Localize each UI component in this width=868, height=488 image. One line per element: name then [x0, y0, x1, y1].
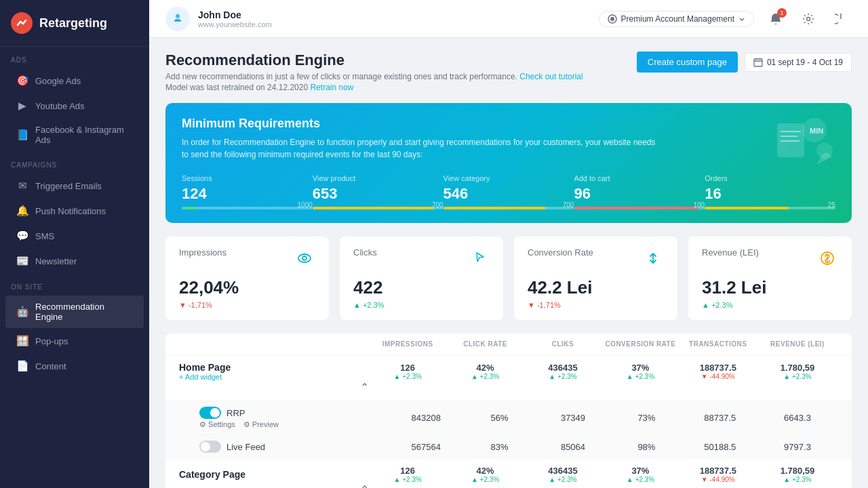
sidebar-label-youtube-ads: Youtube Ads — [35, 101, 85, 111]
toggle-live-feed[interactable] — [199, 441, 221, 453]
sidebar-section-campaigns: CAMPAIGNS — [0, 152, 149, 173]
stat-card-header: Clicks — [353, 247, 490, 269]
min-req-desc: In order for Recommendation Engine to fu… — [182, 136, 656, 161]
sub-cliks: 85064 — [536, 442, 610, 452]
progress-target: 700 — [563, 201, 574, 209]
sub-conversion-rate: 98% — [610, 442, 683, 452]
stat-change: ▲ +2.3% — [702, 301, 838, 309]
stat-card-revenue: Revenue (LEI) 31.2 Lei ▲ +2.3% — [688, 237, 852, 320]
sidebar-item-newsletter[interactable]: 📰Newsletter — [5, 249, 144, 273]
stat-card-conversion-rate: Conversion Rate 42.2 Lei ▼ -1,71% — [514, 237, 677, 320]
sidebar-item-youtube-ads[interactable]: ▶Youtube Ads — [5, 94, 144, 118]
widget-label-live-feed: Live Feed — [226, 442, 265, 452]
toggle-rrp[interactable] — [199, 407, 221, 419]
metric-value: 546 — [443, 185, 574, 203]
stat-icon-conversion-rate — [642, 247, 664, 269]
progress-target: 1000 — [298, 201, 313, 209]
svg-text:MIN: MIN — [810, 127, 823, 135]
metric-label: Add to cart — [574, 174, 705, 182]
progress-target: 25 — [828, 201, 835, 209]
sidebar-label-facebook-ads: Facebook & Instagram Ads — [35, 125, 133, 145]
sidebar-item-facebook-ads[interactable]: 📘Facebook & Instagram Ads — [5, 119, 144, 151]
page-header: Recommendation Engine Add new recommenda… — [165, 52, 852, 92]
stat-change: ▼ -1,71% — [528, 301, 664, 309]
sidebar-item-push-notifications[interactable]: 🔔Push Notifications — [5, 199, 144, 223]
stat-title: Impressions — [179, 247, 226, 258]
row-click-rate: 42% ▲ +2.3% — [446, 363, 524, 380]
progress-fill — [574, 207, 699, 209]
widget-label-rrp: RRP — [226, 408, 245, 418]
metric-label: View category — [443, 174, 574, 182]
logo-icon — [11, 12, 33, 34]
retrain-link[interactable]: Retrain now — [310, 83, 353, 92]
premium-account-button[interactable]: Premium Account Management — [599, 11, 754, 27]
svg-point-4 — [807, 17, 810, 20]
sidebar-icon-google-ads: 🎯 — [16, 75, 28, 87]
min-req-title: Minimum Requirements — [182, 117, 835, 131]
col-conversion-rate: CONVERSION RATE — [601, 340, 679, 348]
row-revenue: 1.780,59 ▲ +2.3% — [757, 466, 838, 483]
stat-value: 422 — [353, 277, 490, 298]
sidebar-item-triggered-emails[interactable]: ✉Triggered Emails — [5, 174, 144, 198]
power-button[interactable] — [830, 8, 852, 30]
sub-transactions: 50188.5 — [684, 442, 757, 452]
sidebar-item-sms[interactable]: 💬SMS — [5, 224, 144, 248]
expand-button-category-page[interactable]: ⌃ — [179, 483, 369, 488]
sub-widget-rrp: RRP ⚙ Settings⚙ Preview — [199, 407, 389, 429]
date-range-picker[interactable]: 01 sept 19 - 4 Oct 19 — [745, 53, 852, 72]
action-settings-rrp[interactable]: ⚙ Settings — [199, 420, 235, 429]
checkout-tutorial-link[interactable]: Check out tutorial — [519, 72, 583, 81]
svg-point-3 — [610, 17, 614, 21]
sidebar-item-content[interactable]: 📄Content — [5, 354, 144, 378]
create-custom-page-button[interactable]: Create custom page — [637, 52, 738, 73]
stat-icon-clicks — [468, 247, 490, 269]
stat-card-header: Revenue (LEI) — [702, 247, 838, 269]
notification-count: 1 — [777, 8, 787, 18]
metric-value: 124 — [182, 185, 313, 203]
logo-text: Retargeting — [39, 16, 107, 30]
col-revenue: REVENUE (LEI) — [757, 340, 838, 348]
header-user-name: John Doe — [198, 9, 272, 20]
sidebar-item-recommendation-engine[interactable]: 🤖Recommendation Engine — [5, 296, 144, 328]
stat-icon-impressions — [294, 247, 315, 269]
sidebar-item-pop-ups[interactable]: 🪟Pop-ups — [5, 329, 144, 353]
progress-fill — [182, 207, 197, 209]
stats-row: Impressions 22,04% ▼ -1,71% Clicks 422 ▲… — [165, 237, 852, 320]
expand-button-home-page[interactable]: ⌃ — [179, 381, 369, 394]
page-title: Recommendation Engine — [165, 52, 583, 69]
sidebar-label-pop-ups: Pop-ups — [35, 336, 68, 346]
progress-bar: 25 — [705, 207, 835, 209]
svg-rect-5 — [754, 59, 762, 66]
header-user-info: John Doe www.yourwebsite.com — [198, 9, 272, 28]
progress-target: 700 — [432, 201, 443, 209]
stat-card-impressions: Impressions 22,04% ▼ -1,71% — [165, 237, 329, 320]
banner-illustration: MIN — [757, 110, 838, 187]
row-conversion-rate: 37% ▲ +2.3% — [601, 363, 679, 380]
min-req-metric-view-product: View product 653 700 — [313, 174, 443, 209]
add-widget-home-page[interactable]: + Add widget — [179, 373, 369, 381]
sidebar-label-sms: SMS — [35, 231, 54, 241]
stat-change: ▲ +2.3% — [353, 301, 490, 309]
sidebar-icon-facebook-ads: 📘 — [16, 129, 28, 141]
sub-widget-live-feed: Live Feed — [199, 441, 389, 453]
progress-bar: 700 — [313, 207, 443, 209]
page-subtitle: Add new recommendations in just a few of… — [165, 72, 583, 81]
settings-button[interactable] — [797, 8, 819, 30]
header-left: John Doe www.yourwebsite.com — [165, 7, 272, 31]
sidebar-icon-pop-ups: 🪟 — [16, 335, 28, 347]
row-conversion-rate: 37% ▲ +2.3% — [601, 466, 679, 483]
sidebar-label-google-ads: Google Ads — [35, 76, 81, 86]
sub-conversion-rate: 73% — [610, 413, 683, 423]
min-req-metric-add-to-cart: Add to cart 96 100 — [574, 174, 705, 209]
notifications-button[interactable]: 1 — [765, 8, 787, 30]
action-preview-rrp[interactable]: ⚙ Preview — [243, 420, 279, 429]
stat-card-clicks: Clicks 422 ▲ +2.3% — [340, 237, 503, 320]
sidebar-label-push-notifications: Push Notifications — [35, 206, 106, 216]
sidebar-item-google-ads[interactable]: 🎯Google Ads — [5, 68, 144, 93]
col-impressions: IMPRESSIONS — [369, 340, 446, 348]
header: John Doe www.yourwebsite.com Premium Acc… — [149, 0, 868, 38]
table-row-sub-rrp: RRP ⚙ Settings⚙ Preview 843208 56% 37349… — [165, 401, 852, 434]
sub-revenue: 6643.3 — [757, 413, 838, 423]
table-group-category-page: Category Page 126 ▲ +2.3% 42% ▲ +2.3% 43… — [165, 459, 852, 488]
progress-bar: 1000 — [182, 207, 313, 209]
